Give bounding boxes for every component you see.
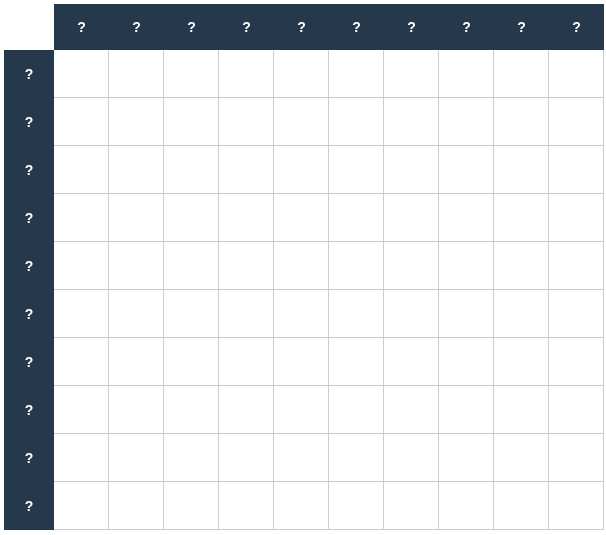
grid-cell[interactable] bbox=[219, 386, 274, 434]
col-header[interactable]: ? bbox=[549, 4, 604, 50]
grid-cell[interactable] bbox=[109, 242, 164, 290]
grid-cell[interactable] bbox=[549, 290, 604, 338]
col-header[interactable]: ? bbox=[164, 4, 219, 50]
grid-cell[interactable] bbox=[219, 290, 274, 338]
grid-cell[interactable] bbox=[494, 338, 549, 386]
grid-cell[interactable] bbox=[109, 386, 164, 434]
grid-cell[interactable] bbox=[549, 482, 604, 530]
grid-cell[interactable] bbox=[384, 98, 439, 146]
grid-cell[interactable] bbox=[384, 194, 439, 242]
row-header[interactable]: ? bbox=[4, 98, 54, 146]
grid-cell[interactable] bbox=[109, 482, 164, 530]
grid-cell[interactable] bbox=[109, 290, 164, 338]
grid-cell[interactable] bbox=[329, 482, 384, 530]
grid-cell[interactable] bbox=[494, 194, 549, 242]
col-header[interactable]: ? bbox=[274, 4, 329, 50]
grid-cell[interactable] bbox=[274, 338, 329, 386]
grid-cell[interactable] bbox=[109, 434, 164, 482]
grid-cell[interactable] bbox=[109, 50, 164, 98]
grid-cell[interactable] bbox=[164, 98, 219, 146]
grid-cell[interactable] bbox=[329, 98, 384, 146]
grid-cell[interactable] bbox=[274, 146, 329, 194]
col-header[interactable]: ? bbox=[384, 4, 439, 50]
col-header[interactable]: ? bbox=[219, 4, 274, 50]
grid-cell[interactable] bbox=[384, 146, 439, 194]
grid-cell[interactable] bbox=[219, 194, 274, 242]
grid-cell[interactable] bbox=[494, 242, 549, 290]
grid-cell[interactable] bbox=[54, 386, 109, 434]
grid-cell[interactable] bbox=[439, 434, 494, 482]
grid-cell[interactable] bbox=[439, 194, 494, 242]
grid-cell[interactable] bbox=[384, 242, 439, 290]
grid-cell[interactable] bbox=[219, 482, 274, 530]
grid-cell[interactable] bbox=[109, 194, 164, 242]
grid-cell[interactable] bbox=[164, 242, 219, 290]
grid-cell[interactable] bbox=[329, 242, 384, 290]
grid-cell[interactable] bbox=[219, 146, 274, 194]
grid-cell[interactable] bbox=[164, 146, 219, 194]
grid-cell[interactable] bbox=[54, 434, 109, 482]
grid-cell[interactable] bbox=[439, 146, 494, 194]
grid-cell[interactable] bbox=[384, 434, 439, 482]
grid-cell[interactable] bbox=[164, 290, 219, 338]
grid-cell[interactable] bbox=[329, 290, 384, 338]
col-header[interactable]: ? bbox=[109, 4, 164, 50]
grid-cell[interactable] bbox=[329, 338, 384, 386]
grid-cell[interactable] bbox=[439, 242, 494, 290]
grid-cell[interactable] bbox=[549, 98, 604, 146]
grid-cell[interactable] bbox=[274, 50, 329, 98]
grid-cell[interactable] bbox=[494, 290, 549, 338]
grid-cell[interactable] bbox=[329, 146, 384, 194]
grid-cell[interactable] bbox=[164, 50, 219, 98]
grid-cell[interactable] bbox=[329, 386, 384, 434]
grid-cell[interactable] bbox=[549, 194, 604, 242]
grid-cell[interactable] bbox=[494, 434, 549, 482]
grid-cell[interactable] bbox=[494, 98, 549, 146]
col-header[interactable]: ? bbox=[54, 4, 109, 50]
grid-cell[interactable] bbox=[109, 338, 164, 386]
grid-cell[interactable] bbox=[54, 98, 109, 146]
grid-cell[interactable] bbox=[109, 98, 164, 146]
grid-cell[interactable] bbox=[164, 434, 219, 482]
grid-cell[interactable] bbox=[274, 434, 329, 482]
grid-cell[interactable] bbox=[439, 290, 494, 338]
grid-cell[interactable] bbox=[494, 386, 549, 434]
row-header[interactable]: ? bbox=[4, 242, 54, 290]
grid-cell[interactable] bbox=[384, 482, 439, 530]
grid-cell[interactable] bbox=[274, 386, 329, 434]
row-header[interactable]: ? bbox=[4, 50, 54, 98]
grid-cell[interactable] bbox=[219, 98, 274, 146]
col-header[interactable]: ? bbox=[329, 4, 384, 50]
grid-cell[interactable] bbox=[164, 482, 219, 530]
row-header[interactable]: ? bbox=[4, 194, 54, 242]
grid-cell[interactable] bbox=[384, 338, 439, 386]
row-header[interactable]: ? bbox=[4, 386, 54, 434]
grid-cell[interactable] bbox=[219, 338, 274, 386]
col-header[interactable]: ? bbox=[439, 4, 494, 50]
grid-cell[interactable] bbox=[329, 434, 384, 482]
grid-cell[interactable] bbox=[549, 50, 604, 98]
grid-cell[interactable] bbox=[439, 50, 494, 98]
grid-cell[interactable] bbox=[164, 338, 219, 386]
grid-cell[interactable] bbox=[549, 242, 604, 290]
grid-cell[interactable] bbox=[494, 50, 549, 98]
grid-cell[interactable] bbox=[274, 242, 329, 290]
grid-cell[interactable] bbox=[164, 386, 219, 434]
row-header[interactable]: ? bbox=[4, 146, 54, 194]
row-header[interactable]: ? bbox=[4, 482, 54, 530]
col-header[interactable]: ? bbox=[494, 4, 549, 50]
grid-cell[interactable] bbox=[549, 338, 604, 386]
grid-cell[interactable] bbox=[329, 194, 384, 242]
grid-cell[interactable] bbox=[274, 290, 329, 338]
row-header[interactable]: ? bbox=[4, 290, 54, 338]
grid-cell[interactable] bbox=[274, 194, 329, 242]
grid-cell[interactable] bbox=[549, 146, 604, 194]
grid-cell[interactable] bbox=[164, 194, 219, 242]
grid-cell[interactable] bbox=[219, 50, 274, 98]
grid-cell[interactable] bbox=[384, 386, 439, 434]
grid-cell[interactable] bbox=[384, 290, 439, 338]
grid-cell[interactable] bbox=[494, 482, 549, 530]
grid-cell[interactable] bbox=[54, 146, 109, 194]
grid-cell[interactable] bbox=[439, 482, 494, 530]
grid-cell[interactable] bbox=[54, 242, 109, 290]
